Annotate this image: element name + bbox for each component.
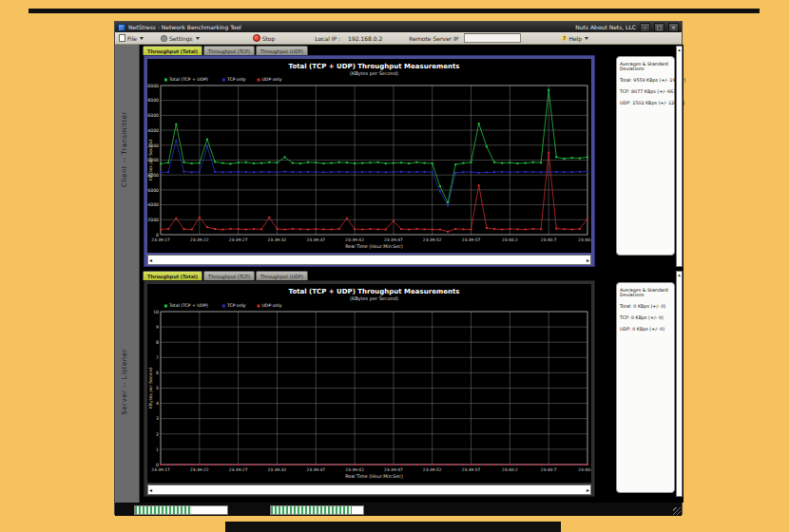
scroll-up-icon[interactable]: ▴	[678, 47, 681, 52]
listener-tabs: Throughput (Total) Throughput (TCP) Thro…	[143, 271, 308, 280]
svg-text:0: 0	[156, 463, 159, 467]
svg-text:Total (TCP + UDP) Throughput M: Total (TCP + UDP) Throughput Measurement…	[289, 288, 460, 295]
svg-text:23:39:32: 23:39:32	[268, 238, 287, 242]
local-ip-value[interactable]: 192.168.0.2	[348, 35, 382, 42]
transmitter-chart: 0200040006000800010000120001400016000180…	[147, 59, 591, 253]
window-title: NetStress : Network Benchmarking Tool	[128, 24, 241, 30]
scroll-left-icon[interactable]: ◂	[149, 256, 152, 263]
svg-text:6: 6	[156, 370, 159, 375]
svg-text:2000: 2000	[147, 218, 159, 222]
title-bar[interactable]: NetStress : Network Benchmarking Tool Nu…	[115, 22, 682, 32]
maximize-button[interactable]: □	[654, 23, 664, 32]
svg-text:3: 3	[156, 416, 159, 421]
transmitter-hscrollbar[interactable]: ◂ ▸	[147, 255, 591, 265]
svg-text:23:39:17: 23:39:17	[151, 467, 170, 472]
averages-udp: UDP: 0 KBps (+/- 0)	[620, 327, 671, 332]
svg-text:TCP only: TCP only	[226, 303, 246, 308]
gear-icon	[161, 35, 167, 42]
svg-text:14000: 14000	[147, 128, 159, 133]
transmitter-vscrollbar[interactable]: ▴	[676, 46, 683, 267]
file-menu-label: File	[127, 35, 137, 42]
svg-text:23:40:2: 23:40:2	[502, 238, 518, 242]
svg-text:UDP only: UDP only	[262, 77, 282, 82]
progress-fill	[271, 506, 352, 514]
svg-text:23:39:47: 23:39:47	[384, 467, 403, 472]
svg-text:18000: 18000	[147, 98, 159, 103]
tab-throughput-total[interactable]: Throughput (Total)	[143, 46, 202, 55]
svg-text:7: 7	[156, 355, 159, 360]
tab-throughput-tcp[interactable]: Throughput (TCP)	[203, 271, 255, 280]
svg-text:23:39:57: 23:39:57	[462, 238, 481, 242]
svg-text:23:39:22: 23:39:22	[190, 238, 209, 242]
averages-heading: Averages & Standard Deviations	[620, 62, 671, 72]
svg-text:8: 8	[156, 340, 159, 345]
resize-grip[interactable]	[673, 507, 681, 515]
desktop-strip-bottom	[225, 522, 561, 532]
remote-ip-field[interactable]	[464, 33, 521, 43]
averages-tcp: TCP: 0 KBps (+/- 0)	[620, 315, 671, 320]
svg-text:Total (TCP + UDP): Total (TCP + UDP)	[168, 303, 208, 308]
listener-vscrollbar[interactable]: ▴	[676, 271, 683, 497]
tab-throughput-total[interactable]: Throughput (Total)	[143, 271, 202, 280]
stop-button-label: Stop	[262, 35, 276, 42]
svg-text:23:39:52: 23:39:52	[423, 238, 442, 242]
svg-text:23:39:37: 23:39:37	[306, 238, 325, 242]
app-icon	[118, 24, 125, 31]
svg-text:23:39:42: 23:39:42	[345, 467, 364, 472]
local-ip-label: Local IP :	[315, 35, 340, 42]
transmitter-chart-frame: 0200040006000800010000120001400016000180…	[144, 55, 595, 267]
svg-text:23:39:37: 23:39:37	[306, 467, 325, 472]
averages-tcp: TCP: 8077 KBps (+/- 6637)	[620, 89, 671, 94]
svg-text:23:40:7: 23:40:7	[541, 238, 557, 242]
scroll-left-icon[interactable]: ◂	[149, 486, 152, 493]
left-rail: Client -- Transmitter Server -- Listener	[115, 45, 140, 503]
tab-throughput-tcp[interactable]: Throughput (TCP)	[203, 46, 255, 55]
scroll-up-icon[interactable]: ▴	[678, 272, 681, 277]
tab-throughput-udp[interactable]: Throughput (UDP)	[256, 271, 308, 280]
listener-hscrollbar[interactable]: ◂ ▸	[147, 484, 591, 495]
rail-label-listener: Server -- Listener	[121, 349, 128, 415]
listener-chart-frame: 01234567891023:39:1723:39:2223:39:2723:3…	[144, 280, 595, 497]
scroll-right-icon[interactable]: ▸	[587, 486, 589, 493]
svg-text:TCP only: TCP only	[226, 77, 246, 82]
close-button[interactable]: ×	[668, 23, 679, 32]
remote-ip-label: Remote Server IP	[409, 35, 458, 42]
status-bar	[115, 503, 682, 516]
svg-text:Total (TCP + UDP) Throughput M: Total (TCP + UDP) Throughput Measurement…	[289, 63, 460, 70]
file-menu-button[interactable]: File	[117, 33, 145, 43]
svg-text:6000: 6000	[147, 188, 159, 193]
settings-menu-label: Settings	[169, 35, 193, 42]
svg-text:23:39:17: 23:39:17	[151, 238, 170, 242]
svg-text:23:39:52: 23:39:52	[423, 467, 442, 472]
chevron-down-icon	[585, 37, 588, 40]
svg-text:UDP only: UDP only	[262, 303, 282, 308]
settings-menu-button[interactable]: Settings	[159, 34, 202, 43]
stop-button[interactable]: Stop	[251, 33, 278, 43]
svg-text:(KBytes per Second): (KBytes per Second)	[350, 295, 398, 302]
progress-bar-listener	[270, 505, 364, 515]
svg-text:23:39:32: 23:39:32	[268, 467, 287, 472]
averages-total: Total: 9559 KBps (+/- 19077)	[620, 78, 671, 83]
rail-label-transmitter: Client -- Transmitter	[121, 111, 128, 187]
help-menu-button[interactable]: ? Help	[559, 34, 590, 43]
help-menu-label: Help	[568, 35, 582, 42]
app-window: NetStress : Network Benchmarking Tool Nu…	[114, 21, 683, 515]
help-icon: ?	[561, 35, 567, 41]
minimize-button[interactable]: –	[640, 23, 650, 32]
svg-text:9: 9	[156, 325, 159, 330]
svg-text:16000: 16000	[147, 113, 159, 118]
brand-text: Nuts About Nets, LLC	[575, 24, 636, 30]
progress-fill	[135, 506, 192, 514]
svg-text:23:40:12: 23:40:12	[578, 238, 591, 242]
svg-text:23:40:7: 23:40:7	[541, 467, 557, 472]
chevron-down-icon	[196, 37, 200, 40]
svg-text:23:39:22: 23:39:22	[190, 467, 209, 472]
averages-total: Total: 0 KBps (+/- 0)	[620, 304, 671, 309]
svg-text:5: 5	[156, 386, 159, 390]
svg-text:KBytes per Second: KBytes per Second	[148, 368, 153, 408]
tab-throughput-udp[interactable]: Throughput (UDP)	[256, 46, 308, 55]
main-content: Throughput (Total) Throughput (TCP) Thro…	[140, 45, 683, 503]
scroll-right-icon[interactable]: ▸	[587, 256, 589, 263]
svg-text:23:39:57: 23:39:57	[462, 467, 481, 472]
svg-text:10: 10	[153, 310, 159, 314]
